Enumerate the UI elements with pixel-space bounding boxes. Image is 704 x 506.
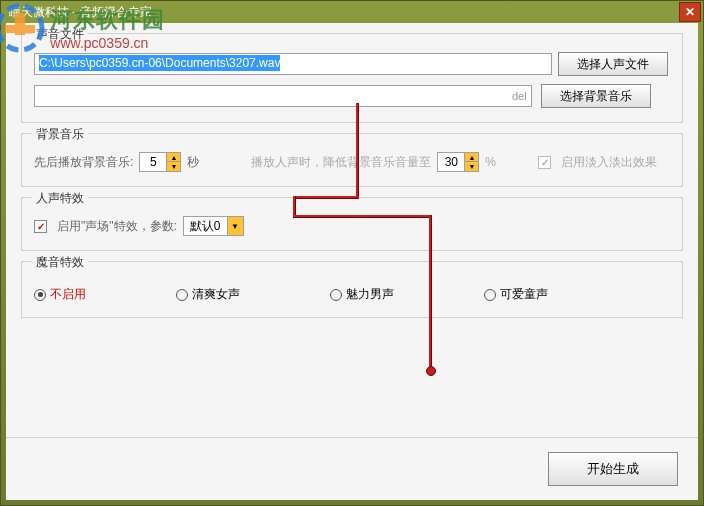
- window-title: 瞳天微科技 - 音频混合专家: [5, 4, 699, 21]
- app-window: 瞳天微科技 - 音频混合专家 ✕ 河东软件园 www.pc0359.cn 声音文…: [0, 0, 704, 506]
- dropdown-icon[interactable]: ▼: [227, 217, 243, 235]
- annotation-endpoint: [426, 366, 436, 376]
- pre-play-label: 先后播放背景音乐:: [34, 154, 133, 171]
- section-legend: 魔音特效: [32, 254, 88, 271]
- voice-fx-section: 人声特效 启用"声场"特效，参数: 默认0 ▼: [21, 197, 683, 251]
- bottom-bar: 开始生成: [6, 437, 698, 500]
- radio-female[interactable]: 清爽女声: [176, 286, 240, 303]
- radio-child[interactable]: 可爱童声: [484, 286, 548, 303]
- bg-music-section: 背景音乐 先后播放背景音乐: ▲▼ 秒 播放人声时，降低背景音乐音量至 ▲▼ %…: [21, 133, 683, 187]
- titlebar[interactable]: 瞳天微科技 - 音频混合专家 ✕: [1, 1, 703, 23]
- enable-fx-checkbox[interactable]: [34, 220, 47, 233]
- bg-file-input[interactable]: [34, 85, 532, 107]
- close-button[interactable]: ✕: [679, 2, 701, 22]
- percent-unit: %: [485, 155, 496, 169]
- lower-volume-label: 播放人声时，降低背景音乐音量至: [251, 154, 431, 171]
- enable-fx-label: 启用"声场"特效，参数:: [57, 218, 177, 235]
- radio-male[interactable]: 魅力男声: [330, 286, 394, 303]
- radio-icon: [176, 289, 188, 301]
- radio-icon: [484, 289, 496, 301]
- lower-volume-value[interactable]: [438, 155, 464, 169]
- section-legend: 人声特效: [32, 190, 88, 207]
- spinner-up-icon[interactable]: ▲: [166, 153, 180, 162]
- section-legend: 背景音乐: [32, 126, 88, 143]
- magic-fx-section: 魔音特效 不启用 清爽女声 魅力男声 可爱童声: [21, 261, 683, 318]
- voice-file-section: 声音文件 C:\Users\pc0359.cn-06\Documents\320…: [21, 33, 683, 123]
- spinner-down-icon[interactable]: ▼: [464, 162, 478, 171]
- pre-seconds-value[interactable]: [140, 155, 166, 169]
- spinner-down-icon[interactable]: ▼: [166, 162, 180, 171]
- voice-file-input[interactable]: C:\Users\pc0359.cn-06\Documents\3207.wav: [34, 53, 552, 75]
- radio-icon: [330, 289, 342, 301]
- fade-checkbox[interactable]: [538, 156, 551, 169]
- spinner-up-icon[interactable]: ▲: [464, 153, 478, 162]
- choose-voice-button[interactable]: 选择人声文件: [558, 52, 668, 76]
- seconds-unit: 秒: [187, 154, 199, 171]
- radio-icon: [34, 289, 46, 301]
- lower-volume-spinner[interactable]: ▲▼: [437, 152, 479, 172]
- content-area: 声音文件 C:\Users\pc0359.cn-06\Documents\320…: [6, 23, 698, 500]
- choose-bg-button[interactable]: 选择背景音乐: [541, 84, 651, 108]
- section-legend: 声音文件: [32, 26, 88, 43]
- generate-button[interactable]: 开始生成: [548, 452, 678, 486]
- fade-label: 启用淡入淡出效果: [561, 154, 657, 171]
- fx-preset-value: 默认0: [184, 218, 227, 235]
- radio-none[interactable]: 不启用: [34, 286, 86, 303]
- pre-seconds-spinner[interactable]: ▲▼: [139, 152, 181, 172]
- fx-preset-select[interactable]: 默认0 ▼: [183, 216, 244, 236]
